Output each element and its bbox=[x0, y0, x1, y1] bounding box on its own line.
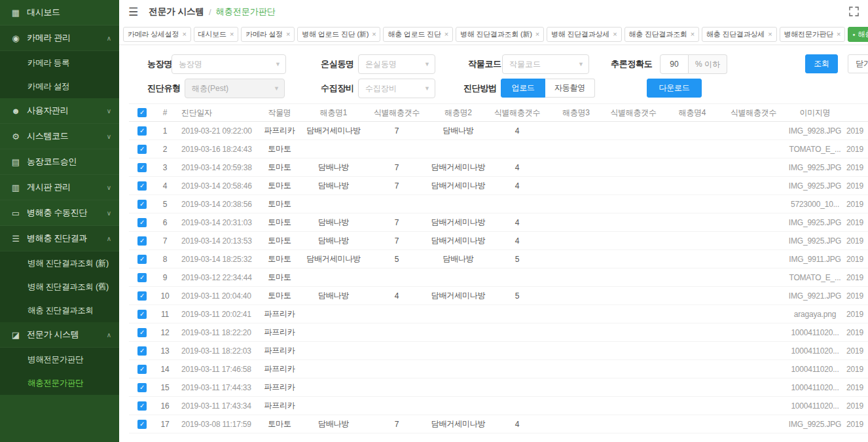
sidebar-item[interactable]: ◉카메라 관리∧ bbox=[0, 26, 119, 51]
row-checkbox[interactable]: ✓ bbox=[137, 200, 147, 209]
table-cell-pest bbox=[661, 323, 723, 342]
tab[interactable]: 해충 진단결과조회× bbox=[624, 27, 700, 42]
auto-capture-toggle-button[interactable]: 자동촬영 bbox=[545, 79, 595, 98]
chevron-up-icon: ∧ bbox=[107, 331, 111, 339]
table-row[interactable]: ✓162019-03-11 17:43:34파프리카1000411020...2… bbox=[129, 397, 868, 415]
tab[interactable]: 카메라 설정× bbox=[241, 27, 295, 42]
row-checkbox[interactable]: ✓ bbox=[137, 310, 147, 319]
select-all-checkbox[interactable]: ✓ bbox=[137, 108, 147, 117]
tab-close-icon[interactable]: × bbox=[837, 30, 841, 38]
table-row[interactable]: ✓12019-03-21 09:22:00파프리카담배거세미나방7담배나방4IM… bbox=[129, 122, 868, 140]
sidebar-item[interactable]: ⚙시스템코드∨ bbox=[0, 124, 119, 149]
table-cell-cnt bbox=[606, 122, 661, 140]
tab-active[interactable]: ●해충전문가판단× bbox=[848, 27, 868, 42]
tab-close-icon[interactable]: × bbox=[286, 30, 290, 38]
tab-close-icon[interactable]: × bbox=[691, 30, 695, 38]
sidebar-item[interactable]: ▥게시판 관리∨ bbox=[0, 175, 119, 200]
table-row[interactable]: ✓62019-03-14 20:31:03토마토담배나방7담배거세미나방4IMG… bbox=[129, 213, 868, 232]
tab[interactable]: 병해 업로드 진단 (新)× bbox=[297, 27, 380, 42]
row-checkbox[interactable]: ✓ bbox=[137, 218, 147, 227]
sidebar-subitem[interactable]: 해충전문가판단 bbox=[0, 371, 119, 395]
sidebar-item[interactable]: ☰병해충 진단결과∧ bbox=[0, 226, 119, 251]
table-cell-crop: 파프리카 bbox=[257, 342, 302, 360]
tab[interactable]: 해충 업로드 진단× bbox=[383, 27, 453, 42]
table-cell-cnt bbox=[606, 232, 661, 250]
table-row[interactable]: ✓32019-03-14 20:59:38토마토담배나방7담배거세미나방4IMG… bbox=[129, 158, 868, 177]
tab-close-icon[interactable]: × bbox=[182, 30, 186, 38]
menu-icon[interactable]: ☰ bbox=[128, 5, 138, 19]
row-checkbox[interactable]: ✓ bbox=[137, 401, 147, 411]
row-checkbox[interactable]: ✓ bbox=[137, 163, 147, 172]
tab[interactable]: 병해 진단결과조회 (新)× bbox=[456, 27, 544, 42]
row-checkbox[interactable]: ✓ bbox=[137, 328, 147, 337]
row-checkbox[interactable]: ✓ bbox=[137, 291, 147, 301]
table-row[interactable]: ✓22019-03-16 18:24:43토마토TOMATO_E_...2019 bbox=[129, 140, 868, 158]
row-checkbox[interactable]: ✓ bbox=[137, 126, 147, 136]
table-row[interactable]: ✓172019-03-08 11:17:59토마토담배나방7담배거세미나방4IM… bbox=[129, 415, 868, 433]
table-cell-date: 2019-03-21 09:22:00 bbox=[175, 122, 257, 140]
table-cell-cnt bbox=[488, 342, 547, 360]
sidebar-subitem[interactable]: 해충 진단결과조회 bbox=[0, 299, 119, 322]
table-cell-reg: 2019 bbox=[846, 397, 868, 415]
table-row[interactable]: ✓112019-03-11 20:02:41파프리카aragaya.png201… bbox=[129, 305, 868, 323]
greenhouse-select[interactable]: 온실동명 ▼ bbox=[358, 54, 435, 74]
tab-close-icon[interactable]: × bbox=[230, 30, 234, 38]
sidebar-item[interactable]: ◪전문가 시스템∧ bbox=[0, 322, 119, 348]
sidebar-item[interactable]: ▭병해충 수동진단∨ bbox=[0, 200, 119, 226]
row-checkbox[interactable]: ✓ bbox=[137, 273, 147, 282]
table-row[interactable]: ✓152019-03-11 17:44:33파프리카1000411020...2… bbox=[129, 378, 868, 397]
table-cell-pest: 담배나방 bbox=[302, 287, 365, 305]
table-cell-pest bbox=[547, 213, 606, 232]
table-cell-pest: 담배나방 bbox=[302, 232, 365, 250]
sidebar-item[interactable]: ☻사용자관리∨ bbox=[0, 98, 119, 124]
tab[interactable]: 병해전문가판단× bbox=[780, 27, 846, 42]
device-select[interactable]: 수집장비 ▼ bbox=[358, 79, 435, 98]
sidebar-subitem[interactable]: 병해전문가판단 bbox=[0, 348, 119, 371]
sidebar-subitem[interactable]: 병해 진단결과조회 (舊) bbox=[0, 275, 119, 299]
sidebar-subitem[interactable]: 카메라 등록 bbox=[0, 51, 119, 75]
sidebar-subitem[interactable]: 병해 진단결과조회 (新) bbox=[0, 251, 119, 275]
table-row[interactable]: ✓92019-03-12 22:34:44토마토TOMATO_E_...2019 bbox=[129, 268, 868, 287]
row-checkbox[interactable]: ✓ bbox=[137, 420, 147, 429]
tab-close-icon[interactable]: × bbox=[613, 30, 617, 38]
diagnosis-type-select[interactable]: 해충(Pest) ▼ bbox=[185, 79, 285, 98]
row-checkbox[interactable]: ✓ bbox=[137, 346, 147, 356]
download-button[interactable]: 다운로드 bbox=[647, 79, 702, 98]
table-row[interactable]: ✓132019-03-11 18:22:03파프리카1000411020...2… bbox=[129, 342, 868, 360]
tab[interactable]: 카메라 상세설정× bbox=[123, 27, 191, 42]
table-row[interactable]: ✓52019-03-14 20:38:56토마토5723000_10...201… bbox=[129, 195, 868, 213]
sidebar-item[interactable]: ▤농장코드승인 bbox=[0, 149, 119, 175]
row-checkbox[interactable]: ✓ bbox=[137, 181, 147, 191]
search-button[interactable]: 조회 bbox=[805, 54, 838, 73]
sidebar-subitem-label: 병해전문가판단 bbox=[27, 355, 83, 364]
upload-toggle-button[interactable]: 업로드 bbox=[501, 79, 545, 98]
tab[interactable]: 대시보드× bbox=[194, 27, 238, 42]
breadcrumb-root: 전문가 시스템 bbox=[149, 6, 204, 18]
table-row[interactable]: ✓102019-03-11 20:04:40토마토담배나방4담배거세미나방5IM… bbox=[129, 287, 868, 305]
tab-close-icon[interactable]: × bbox=[372, 30, 376, 38]
row-checkbox[interactable]: ✓ bbox=[137, 383, 147, 392]
table-row[interactable]: ✓72019-03-14 20:13:53토마토담배나방7담배거세미나방4IMG… bbox=[129, 232, 868, 250]
tab-close-icon[interactable]: × bbox=[768, 30, 772, 38]
row-checkbox[interactable]: ✓ bbox=[137, 145, 147, 154]
close-button[interactable]: 닫기 bbox=[848, 54, 868, 73]
crop-code-select[interactable]: 작물코드 ▼ bbox=[502, 54, 589, 74]
sidebar-item[interactable]: ▦대시보드 bbox=[0, 0, 119, 26]
tab[interactable]: 병해 진단결과상세× bbox=[547, 27, 622, 42]
row-checkbox[interactable]: ✓ bbox=[137, 236, 147, 246]
table-row[interactable]: ✓122019-03-11 18:22:20파프리카1000411020...2… bbox=[129, 323, 868, 342]
fullscreen-icon[interactable] bbox=[849, 7, 859, 16]
tab[interactable]: 해충 진단결과상세× bbox=[702, 27, 777, 42]
accuracy-input[interactable] bbox=[660, 54, 689, 74]
table-cell-cnt bbox=[606, 305, 661, 323]
tab-close-icon[interactable]: × bbox=[535, 30, 539, 38]
farm-select[interactable]: 농장명 ▼ bbox=[172, 54, 286, 74]
table-row[interactable]: ✓82019-03-14 18:25:32토마토담배거세미나방5담배나방5IMG… bbox=[129, 250, 868, 268]
tab-close-icon[interactable]: × bbox=[444, 30, 448, 38]
results-table: ✓#진단일자작물명해충명1식별해충갯수해충명2식별해충갯수해충명3식별해충갯수해… bbox=[129, 103, 868, 433]
row-checkbox[interactable]: ✓ bbox=[137, 255, 147, 264]
sidebar-subitem[interactable]: 카메라 설정 bbox=[0, 75, 119, 98]
table-row[interactable]: ✓42019-03-14 20:58:46토마토담배나방7담배거세미나방4IMG… bbox=[129, 177, 868, 195]
row-checkbox[interactable]: ✓ bbox=[137, 365, 147, 374]
table-row[interactable]: ✓142019-03-11 17:46:58파프리카1000411020...2… bbox=[129, 360, 868, 378]
